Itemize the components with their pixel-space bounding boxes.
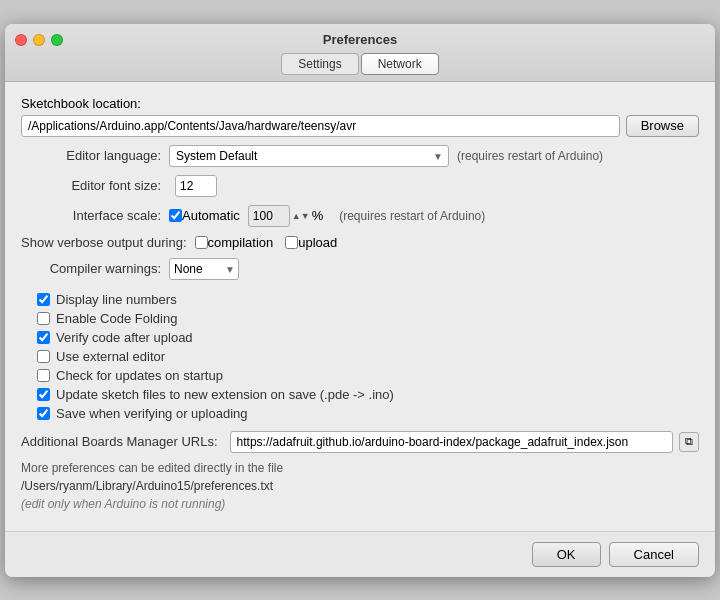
display-line-numbers-checkbox[interactable] bbox=[37, 293, 50, 306]
editor-language-label: Editor language: bbox=[21, 148, 161, 163]
checkbox-row-update-sketch: Update sketch files to new extension on … bbox=[37, 385, 699, 404]
sketchbook-row: Sketchbook location: Browse bbox=[21, 96, 699, 137]
update-sketch-checkbox[interactable] bbox=[37, 388, 50, 401]
save-when-verifying-checkbox[interactable] bbox=[37, 407, 50, 420]
percent-label: % bbox=[312, 208, 324, 223]
window-title: Preferences bbox=[323, 32, 397, 47]
check-updates-checkbox[interactable] bbox=[37, 369, 50, 382]
checkbox-row-display-line-numbers: Display line numbers bbox=[37, 290, 699, 309]
window-controls bbox=[15, 34, 63, 46]
scale-stepper[interactable]: ▲▼ bbox=[292, 211, 310, 221]
preferences-window: Preferences Settings Network Sketchbook … bbox=[5, 24, 715, 577]
checkboxes-section: Display line numbers Enable Code Folding… bbox=[21, 290, 699, 423]
checkbox-row-save-when-verifying: Save when verifying or uploading bbox=[37, 404, 699, 423]
checkbox-row-external-editor: Use external editor bbox=[37, 347, 699, 366]
compiler-warnings-label: Compiler warnings: bbox=[21, 261, 161, 276]
editor-language-note: (requires restart of Arduino) bbox=[457, 149, 603, 163]
editor-font-label: Editor font size: bbox=[21, 178, 161, 193]
compilation-checkbox[interactable] bbox=[195, 236, 208, 249]
editor-font-input[interactable] bbox=[175, 175, 217, 197]
cancel-button[interactable]: Cancel bbox=[609, 542, 699, 567]
compiler-warnings-row: Compiler warnings: None ▼ bbox=[21, 258, 699, 280]
sketchbook-input[interactable] bbox=[21, 115, 620, 137]
boards-manager-input[interactable] bbox=[230, 431, 673, 453]
settings-content: Sketchbook location: Browse Editor langu… bbox=[5, 82, 715, 531]
external-editor-checkbox[interactable] bbox=[37, 350, 50, 363]
verbose-label: Show verbose output during: bbox=[21, 235, 187, 250]
maximize-button[interactable] bbox=[51, 34, 63, 46]
sketchbook-label: Sketchbook location: bbox=[21, 96, 141, 111]
editor-language-select-container: System Default ▼ bbox=[169, 145, 449, 167]
scale-input[interactable] bbox=[248, 205, 290, 227]
tab-settings[interactable]: Settings bbox=[281, 53, 358, 75]
minimize-button[interactable] bbox=[33, 34, 45, 46]
browse-button[interactable]: Browse bbox=[626, 115, 699, 137]
verify-code-label: Verify code after upload bbox=[56, 330, 193, 345]
verbose-row: Show verbose output during: compilation … bbox=[21, 235, 699, 250]
enable-code-folding-label: Enable Code Folding bbox=[56, 311, 177, 326]
checkbox-row-verify-code: Verify code after upload bbox=[37, 328, 699, 347]
edit-note: (edit only when Arduino is not running) bbox=[21, 495, 699, 513]
automatic-checkbox[interactable] bbox=[169, 209, 182, 222]
compiler-warnings-select-container: None ▼ bbox=[169, 258, 239, 280]
interface-scale-label: Interface scale: bbox=[21, 208, 161, 223]
close-button[interactable] bbox=[15, 34, 27, 46]
enable-code-folding-checkbox[interactable] bbox=[37, 312, 50, 325]
tab-network[interactable]: Network bbox=[361, 53, 439, 75]
editor-language-select[interactable]: System Default bbox=[169, 145, 449, 167]
external-editor-label: Use external editor bbox=[56, 349, 165, 364]
compiler-warnings-select[interactable]: None bbox=[169, 258, 239, 280]
display-line-numbers-label: Display line numbers bbox=[56, 292, 177, 307]
title-bar: Preferences Settings Network bbox=[5, 24, 715, 82]
interface-scale-row: Interface scale: Automatic ▲▼ % (require… bbox=[21, 205, 699, 227]
bottom-bar: OK Cancel bbox=[5, 531, 715, 577]
tab-bar: Settings Network bbox=[281, 53, 438, 75]
update-sketch-label: Update sketch files to new extension on … bbox=[56, 387, 394, 402]
verify-code-checkbox[interactable] bbox=[37, 331, 50, 344]
sketchbook-input-row: Browse bbox=[21, 115, 699, 137]
preferences-path: /Users/ryanm/Library/Arduino15/preferenc… bbox=[21, 477, 699, 495]
compilation-label: compilation bbox=[208, 235, 274, 250]
upload-checkbox[interactable] bbox=[285, 236, 298, 249]
boards-manager-label: Additional Boards Manager URLs: bbox=[21, 434, 218, 449]
ok-button[interactable]: OK bbox=[532, 542, 601, 567]
editor-language-row: Editor language: System Default ▼ (requi… bbox=[21, 145, 699, 167]
editor-font-row: Editor font size: bbox=[21, 175, 699, 197]
upload-label: upload bbox=[298, 235, 337, 250]
scale-note: (requires restart of Arduino) bbox=[339, 209, 485, 223]
checkbox-row-check-updates: Check for updates on startup bbox=[37, 366, 699, 385]
save-when-verifying-label: Save when verifying or uploading bbox=[56, 406, 248, 421]
checkbox-row-enable-code-folding: Enable Code Folding bbox=[37, 309, 699, 328]
info-section: More preferences can be edited directly … bbox=[21, 459, 699, 513]
check-updates-label: Check for updates on startup bbox=[56, 368, 223, 383]
automatic-label: Automatic bbox=[182, 208, 240, 223]
boards-manager-row: Additional Boards Manager URLs: ⧉ bbox=[21, 431, 699, 453]
info-line1: More preferences can be edited directly … bbox=[21, 459, 699, 477]
copy-icon[interactable]: ⧉ bbox=[679, 432, 699, 452]
